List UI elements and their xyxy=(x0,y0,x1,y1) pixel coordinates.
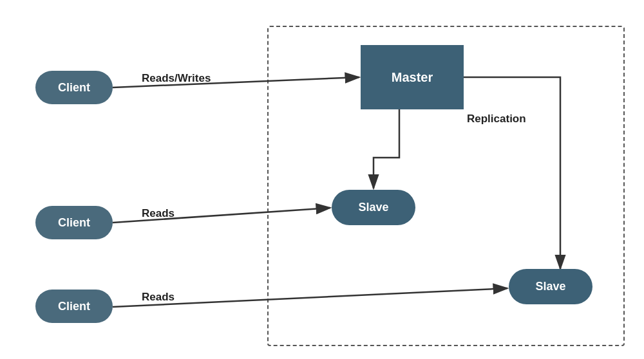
reads-writes-label: Reads/Writes xyxy=(142,72,211,85)
diagram-container: Client Client Client Master Slave Slave … xyxy=(0,0,644,359)
reads1-label: Reads xyxy=(142,207,175,220)
client2-node: Client xyxy=(35,206,113,239)
slave2-node: Slave xyxy=(509,269,592,304)
client3-node: Client xyxy=(35,290,113,323)
reads2-label: Reads xyxy=(142,291,175,304)
master-node: Master xyxy=(361,45,464,109)
client1-node: Client xyxy=(35,71,113,104)
slave1-node: Slave xyxy=(332,190,415,225)
replication-label: Replication xyxy=(467,113,526,125)
